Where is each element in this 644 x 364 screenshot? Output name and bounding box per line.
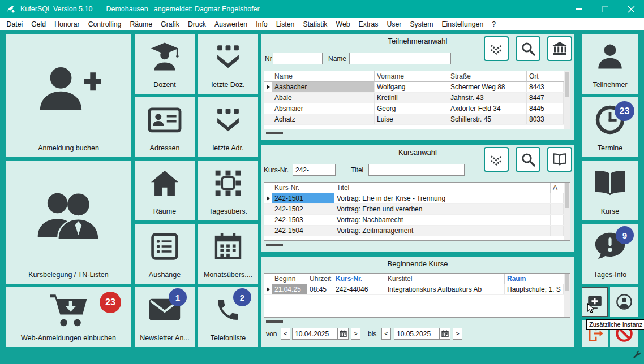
scrollbar-thumb[interactable] [565, 72, 569, 97]
tile-letzte-dozenten[interactable]: letzte Doz. [198, 34, 258, 94]
course-row[interactable]: 242-1504 Vortrag: Zeitmanagement [264, 226, 570, 236]
wrench-icon[interactable] [632, 350, 641, 359]
cell-strasse: Jahnstr. 43 [448, 93, 527, 103]
maximize-button[interactable] [592, 0, 618, 18]
courses-table: Kurs-Nr. Titel A 242-1501 Vortrag: Ehe i… [264, 182, 570, 241]
col-header-titel[interactable]: Titel [334, 183, 551, 193]
row-marker-icon [267, 196, 270, 201]
tile-teilnehmer[interactable]: Teilnehmer [582, 34, 638, 94]
calendar-picker-button[interactable] [337, 328, 348, 339]
date-to-field[interactable]: 10.05.2025 [394, 328, 450, 340]
date-next-button[interactable]: > [351, 328, 360, 340]
participant-selectlist-button[interactable] [484, 36, 509, 61]
menu-item[interactable]: Geld [27, 20, 50, 28]
calendar-picker-button[interactable] [439, 328, 450, 339]
course-search-button[interactable] [516, 147, 540, 172]
col-header-name[interactable]: Name [272, 71, 375, 82]
kursnr-input[interactable] [293, 164, 336, 176]
row-marker-icon [267, 85, 270, 89]
institution-button[interactable] [547, 36, 572, 61]
col-header-kurstitel[interactable]: Kurstitel [385, 274, 505, 284]
course-row[interactable]: 242-1501 Vortrag: Ehe in der Krise - Tre… [264, 193, 570, 204]
scrollbar-thumb[interactable] [565, 183, 569, 208]
col-header-kursnr[interactable]: Kurs-Nr. [333, 274, 385, 284]
menu-item[interactable]: Info [252, 20, 272, 28]
vertical-scrollbar[interactable] [564, 274, 570, 317]
participant-nr-input[interactable] [273, 53, 323, 64]
user-profile-button[interactable] [610, 287, 638, 317]
vertical-scrollbar[interactable] [564, 183, 570, 240]
row-marker [264, 226, 272, 236]
menu-item[interactable]: User [383, 20, 406, 28]
menu-item[interactable]: Statistik [299, 20, 332, 28]
beginning-course-row[interactable]: 21.04.25 08:45 242-44046 Integrationskur… [264, 284, 570, 295]
tile-adressen[interactable]: Adressen [135, 97, 195, 157]
menu-item[interactable]: Listen [272, 20, 299, 28]
tile-dozent[interactable]: Dozent [135, 34, 195, 94]
minimize-button[interactable] [566, 0, 592, 18]
participant-row[interactable]: Aasbacher Wolfgang Schermer Weg 88 8443 [264, 82, 570, 93]
horizontal-scrollbar[interactable] [266, 132, 283, 134]
course-row[interactable]: 242-1502 Vortrag: Erben und vererben [264, 204, 570, 215]
date-from-field[interactable]: 10.04.2025 [292, 328, 349, 340]
menu-item[interactable]: Web [332, 20, 354, 28]
date-next-button[interactable]: > [453, 328, 462, 340]
menu-item[interactable]: ? [488, 20, 500, 28]
date-prev-button[interactable]: < [381, 328, 391, 340]
menu-item[interactable]: Extras [354, 20, 383, 28]
participant-name-input[interactable] [349, 53, 451, 64]
tile-aushaenge[interactable]: Aushänge [135, 224, 195, 284]
col-header-vorname[interactable]: Vorname [375, 71, 448, 82]
course-catalog-button[interactable] [547, 147, 572, 172]
participant-search-button[interactable] [516, 36, 540, 61]
tile-newsletter[interactable]: 1 Newsletter An... [135, 287, 195, 347]
kurstitel-input[interactable] [368, 164, 465, 176]
col-header-kursnr[interactable]: Kurs-Nr. [272, 183, 334, 193]
nr-label: Nr [265, 55, 272, 63]
menu-item[interactable]: Druck [183, 20, 210, 28]
col-header-beginn[interactable]: Beginn [272, 274, 307, 284]
frame-handles-icon [198, 161, 258, 206]
col-header-raum[interactable]: Raum [505, 274, 564, 284]
tile-tagesuebersicht[interactable]: Tagesübers. [198, 161, 258, 220]
scrollbar-thumb[interactable] [565, 274, 569, 291]
tile-letzte-adressen[interactable]: letzte Adr. [198, 97, 258, 157]
participant-row[interactable]: Abale Kretinli Jahnstr. 43 8447 [264, 93, 570, 103]
course-row[interactable]: 242-1503 Vortrag: Nachbarrecht [264, 215, 570, 226]
cell-uhrzeit: 08:45 [307, 284, 333, 294]
menu-item[interactable]: Controlling [84, 20, 126, 28]
col-header-a[interactable]: A [551, 183, 564, 193]
tile-raeume[interactable]: Räume [135, 161, 195, 220]
courses-table-header: Kurs-Nr. Titel A [264, 183, 570, 193]
cell-vorname: Luise [375, 114, 448, 124]
col-header-strasse[interactable]: Straße [448, 71, 527, 82]
tile-kurse[interactable]: Kurse [582, 161, 638, 220]
course-selectlist-button[interactable] [484, 147, 509, 172]
termine-badge: 23 [615, 101, 634, 121]
col-header-uhrzeit[interactable]: Uhrzeit [307, 274, 333, 284]
tile-monatsuebersicht[interactable]: Monatsübers.... [198, 224, 258, 284]
tile-web-anmeldungen[interactable]: 23 Web-Anmeldungen einbuchen [6, 287, 131, 347]
tile-anmeldung-buchen[interactable]: Anmeldung buchen [6, 34, 131, 157]
tile-telefonliste[interactable]: 2 Telefonliste [198, 287, 258, 347]
row-marker [264, 103, 272, 114]
menu-item[interactable]: Räume [126, 20, 157, 28]
menu-item[interactable]: Auswerten [211, 20, 252, 28]
horizontal-scrollbar[interactable] [266, 244, 283, 246]
menu-item[interactable]: Honorar [50, 20, 84, 28]
date-prev-button[interactable]: < [281, 328, 290, 340]
menu-item[interactable]: Grafik [157, 20, 184, 28]
participant-row[interactable]: Absmaier Georg Axdorfer Feld 34 8445 [264, 103, 570, 114]
tile-termine[interactable]: 23 Termine [582, 97, 638, 157]
menu-item[interactable]: Einstellungen [437, 20, 488, 28]
tile-tages-info[interactable]: 9 Tages-Info [582, 224, 638, 284]
tile-kursbelegung[interactable]: Kursbelegung / TN-Listen [6, 161, 131, 284]
menu-item[interactable]: System [406, 20, 437, 28]
horizontal-scrollbar[interactable] [266, 320, 283, 323]
participant-row[interactable]: Achatz Luise Schillerstr. 45 8033 [264, 114, 570, 125]
col-header-ort[interactable]: Ort [527, 71, 564, 82]
vertical-scrollbar[interactable] [564, 71, 570, 129]
close-button[interactable] [618, 0, 644, 18]
tile-label: Web-Anmeldungen einbuchen [6, 334, 131, 342]
menu-item[interactable]: Datei [2, 20, 27, 28]
